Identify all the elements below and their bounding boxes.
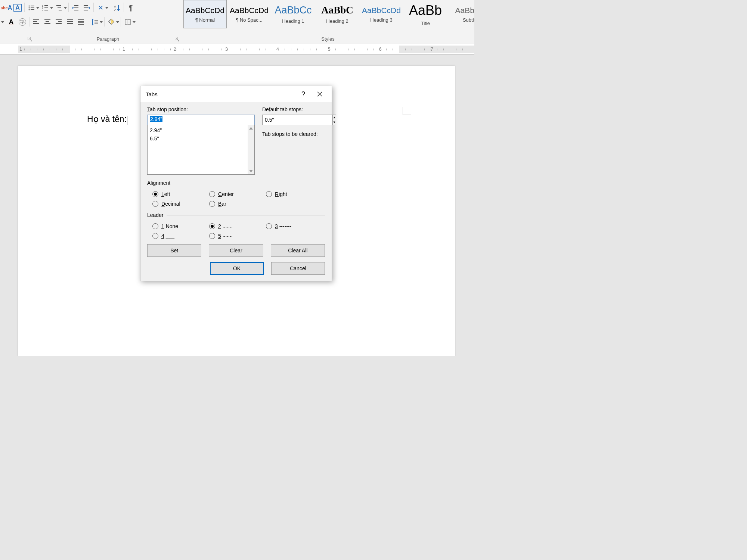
default-tab-stops-spinner[interactable]: ▲ ▼ — [262, 115, 329, 125]
paragraph-group-launcher-icon[interactable] — [175, 37, 179, 41]
ruler[interactable]: 11234567 — [0, 44, 474, 55]
text-cursor — [127, 116, 127, 125]
paragraph-group-label: Paragraph — [97, 36, 120, 42]
svg-marker-13 — [50, 7, 53, 9]
svg-point-4 — [29, 9, 30, 10]
ribbon-group-labels: Paragraph Styles — [0, 34, 474, 44]
font-color-dropdown[interactable] — [0, 15, 6, 29]
multilevel-list-icon[interactable] — [54, 3, 64, 13]
radio-5-[interactable]: 5 ······· — [209, 233, 266, 239]
style-title[interactable]: AaBbTitle — [404, 0, 447, 28]
alignment-fieldset: Alignment LeftCenterRightDecimalBar — [147, 180, 325, 207]
document-text[interactable]: Họ và tên: — [87, 114, 127, 125]
borders-icon[interactable] — [123, 17, 133, 27]
margin-corner-tl — [59, 107, 67, 115]
close-button[interactable] — [311, 86, 328, 102]
svg-text:3: 3 — [42, 9, 43, 11]
asian-layout-icon[interactable]: ✕ — [95, 3, 106, 13]
scroll-down-icon[interactable] — [248, 168, 254, 174]
style-heading-2[interactable]: AaBbCHeading 2 — [316, 0, 359, 28]
svg-marker-30 — [117, 9, 120, 11]
scroll-up-icon[interactable] — [248, 125, 254, 132]
svg-rect-32 — [33, 19, 39, 20]
change-case-icon[interactable]: abcA — [1, 3, 12, 13]
leader-radios: 1 None2 .......3 -------4 ___5 ······· — [147, 222, 325, 239]
svg-rect-3 — [31, 7, 34, 8]
text-highlight-icon[interactable]: A — [12, 3, 23, 13]
font-group-launcher-icon[interactable] — [28, 37, 32, 41]
svg-point-0 — [29, 6, 30, 7]
line-spacing-icon[interactable] — [90, 17, 100, 27]
radio-4-[interactable]: 4 ___ — [152, 233, 209, 239]
listbox-scrollbar[interactable] — [248, 125, 254, 174]
ok-button[interactable]: OK — [210, 262, 264, 275]
spinner-down-icon[interactable]: ▼ — [333, 120, 336, 125]
svg-rect-23 — [84, 7, 88, 8]
sort-icon[interactable]: AZ — [112, 3, 122, 13]
help-button[interactable]: ? — [295, 86, 311, 102]
style-heading-1[interactable]: AaBbCcHeading 1 — [272, 0, 315, 28]
svg-rect-43 — [67, 23, 73, 24]
clear-button[interactable]: Clear — [209, 244, 263, 257]
styles-gallery[interactable]: AaBbCcDd¶ NormalAaBbCcDd¶ No Spac...AaBb… — [183, 0, 474, 28]
font-color-icon[interactable]: A — [6, 17, 16, 27]
cancel-button[interactable]: Cancel — [271, 262, 325, 275]
tab-stop-list[interactable]: 2.94"6.5" — [147, 125, 255, 175]
clear-all-button[interactable]: Clear All — [271, 244, 325, 257]
radio-3-[interactable]: 3 ------- — [266, 223, 323, 229]
align-right-icon[interactable] — [53, 17, 64, 27]
default-tab-stops-label: Default tab stops: — [262, 106, 329, 112]
radio-left[interactable]: Left — [152, 191, 209, 197]
decrease-indent-icon[interactable] — [70, 3, 81, 13]
tab-stop-position-input[interactable]: 2.94" — [147, 115, 255, 125]
default-tab-stops-input[interactable] — [262, 115, 333, 125]
increase-indent-icon[interactable] — [81, 3, 92, 13]
numbering-icon[interactable]: 123 — [40, 3, 50, 13]
style--no-spac-[interactable]: AaBbCcDd¶ No Spac... — [227, 0, 271, 28]
dialog-titlebar[interactable]: Tabs ? — [140, 86, 332, 102]
show-paragraph-marks-icon[interactable]: ¶ — [125, 3, 136, 13]
radio-bar[interactable]: Bar — [209, 201, 266, 207]
svg-marker-31 — [1, 21, 4, 23]
style-subtitl[interactable]: AaBbCcSubtitl — [448, 0, 474, 28]
distributed-icon[interactable] — [76, 17, 86, 27]
radio-decimal[interactable]: Decimal — [152, 201, 209, 207]
bullets-icon[interactable] — [26, 3, 37, 13]
tab-stop-list-item[interactable]: 2.94" — [150, 126, 252, 134]
svg-rect-36 — [46, 21, 49, 22]
shading-icon[interactable] — [106, 17, 117, 27]
radio-2-[interactable]: 2 ....... — [209, 223, 266, 229]
set-button[interactable]: Set — [147, 244, 201, 257]
ribbon: abcA A 123 ✕ AZ ¶ A 字 — [0, 0, 474, 44]
svg-marker-55 — [116, 21, 119, 23]
leader-fieldset: Leader 1 None2 .......3 -------4 ___5 ··… — [147, 212, 325, 239]
ruler-number: 7 — [431, 47, 433, 52]
radio-center[interactable]: Center — [209, 191, 266, 197]
svg-rect-15 — [58, 7, 61, 8]
svg-marker-25 — [88, 7, 90, 9]
enclose-characters-icon[interactable]: 字 — [17, 17, 28, 27]
radio-right[interactable]: Right — [266, 191, 323, 197]
svg-marker-49 — [92, 19, 94, 20]
spinner-up-icon[interactable]: ▲ — [333, 115, 336, 120]
svg-rect-46 — [78, 22, 84, 23]
svg-marker-17 — [64, 7, 67, 9]
svg-rect-33 — [33, 21, 37, 22]
style--normal[interactable]: AaBbCcDd¶ Normal — [183, 0, 227, 28]
svg-rect-44 — [78, 19, 84, 20]
svg-rect-39 — [58, 21, 62, 22]
svg-rect-34 — [33, 23, 39, 24]
svg-rect-12 — [44, 10, 48, 10]
svg-rect-14 — [56, 5, 61, 6]
svg-text:Z: Z — [114, 8, 116, 11]
align-left-icon[interactable] — [31, 17, 41, 27]
tab-stop-list-item[interactable]: 6.5" — [150, 134, 252, 143]
align-center-icon[interactable] — [42, 17, 53, 27]
radio-1-none[interactable]: 1 None — [152, 223, 209, 229]
style-heading-3[interactable]: AaBbCcDdHeading 3 — [360, 0, 403, 28]
tab-stop-list-items: 2.94"6.5" — [148, 125, 254, 144]
tab-stop-position-label: Tab stop position: — [147, 106, 255, 112]
svg-marker-59 — [133, 21, 136, 23]
svg-rect-40 — [56, 23, 62, 24]
justify-icon[interactable] — [65, 17, 75, 27]
